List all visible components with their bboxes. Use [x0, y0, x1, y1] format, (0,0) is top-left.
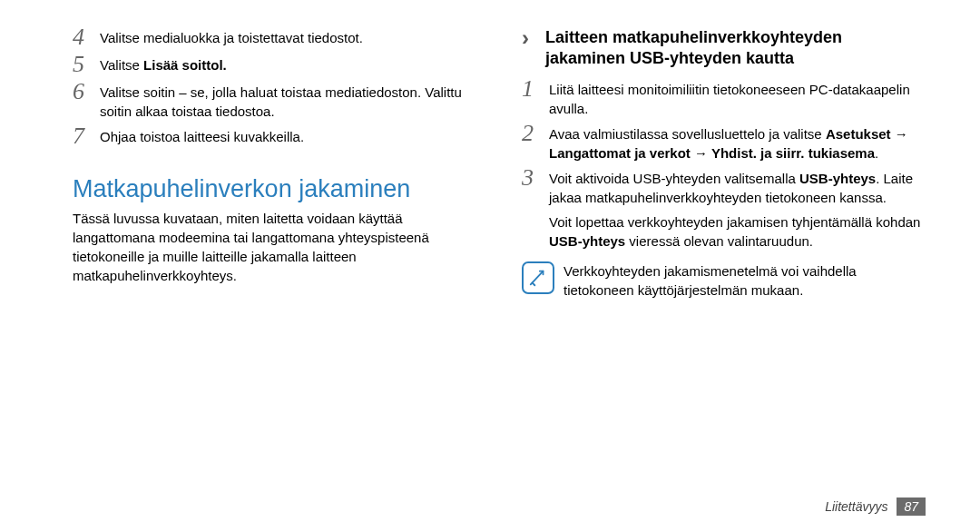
step-number: 2: [522, 122, 549, 145]
step-5: 5 Valitse Lisää soittol.: [73, 54, 476, 76]
step-3: 3 Voit aktivoida USB-yhteyden valitsemal…: [522, 168, 926, 251]
step-6: 6 Valitse soitin – se, jolla haluat tois…: [73, 82, 476, 121]
step-number: 7: [73, 124, 100, 148]
page-number-badge: 87: [897, 498, 926, 516]
step-text: Voit aktivoida USB-yhteyden valitsemalla…: [549, 168, 926, 251]
footer-section-name: Liitettävyys: [825, 499, 887, 514]
step-number: 5: [73, 53, 100, 76]
step-text: Liitä laitteesi monitoimiliitin tietokon…: [549, 79, 926, 118]
subsection-title: Laitteen matkapuhelinverkkoyhteyden jaka…: [545, 27, 926, 70]
step-text: Valitse medialuokka ja toistettavat tied…: [100, 27, 476, 47]
step-number: 4: [73, 25, 100, 49]
bold-text: USB-yhteys: [799, 171, 876, 186]
step-4: 4 Valitse medialuokka ja toistettavat ti…: [73, 27, 476, 49]
section-paragraph: Tässä luvussa kuvataan, miten laitetta v…: [73, 209, 476, 285]
text-run: Voit lopettaa verkkoyhteyden jakamisen t…: [549, 214, 920, 230]
step-text: Avaa valmiustilassa sovellusluettelo ja …: [549, 123, 926, 163]
bold-text: USB-yhteys: [549, 233, 625, 249]
right-column: › Laitteen matkapuhelinverkkoyhteyden ja…: [522, 27, 926, 463]
text-run: Voit aktivoida USB-yhteyden valitsemalla: [549, 171, 799, 186]
step-7: 7 Ohjaa toistoa laitteesi kuvakkeilla.: [73, 126, 476, 148]
note-text: Verkkoyhteyden jakamismenetelmä voi vaih…: [564, 261, 926, 300]
text-run: Avaa valmiustilassa sovellusluettelo ja …: [549, 126, 826, 142]
step3-line1: Voit aktivoida USB-yhteyden valitsemalla…: [549, 169, 926, 207]
step3-line2: Voit lopettaa verkkoyhteyden jakamisen t…: [549, 212, 926, 251]
step-number: 1: [522, 77, 549, 101]
chevron-icon: ›: [522, 27, 540, 49]
note-row: Verkkoyhteyden jakamismenetelmä voi vaih…: [522, 261, 926, 300]
step5-prefix: Valitse: [100, 57, 143, 73]
step-text: Ohjaa toistoa laitteesi kuvakkeilla.: [100, 126, 476, 146]
step5-bold: Lisää soittol.: [143, 57, 227, 73]
text-run: vieressä olevan valintaruudun.: [625, 233, 813, 249]
page-footer: Liitettävyys 87: [825, 498, 926, 516]
step-number: 6: [73, 80, 100, 103]
step-text: Valitse soitin – se, jolla haluat toista…: [100, 82, 476, 121]
step-number: 3: [522, 166, 549, 190]
note-icon: [522, 261, 554, 294]
section-title: Matkapuhelinverkon jakaminen: [73, 175, 476, 203]
text-run: .: [875, 145, 878, 161]
subsection-heading: › Laitteen matkapuhelinverkkoyhteyden ja…: [522, 27, 926, 70]
step-2: 2 Avaa valmiustilassa sovellusluettelo j…: [522, 123, 926, 163]
step-1: 1 Liitä laitteesi monitoimiliitin tietok…: [522, 79, 926, 118]
page-columns: 4 Valitse medialuokka ja toistettavat ti…: [73, 27, 926, 463]
left-column: 4 Valitse medialuokka ja toistettavat ti…: [73, 27, 476, 463]
step-text: Valitse Lisää soittol.: [100, 54, 476, 74]
